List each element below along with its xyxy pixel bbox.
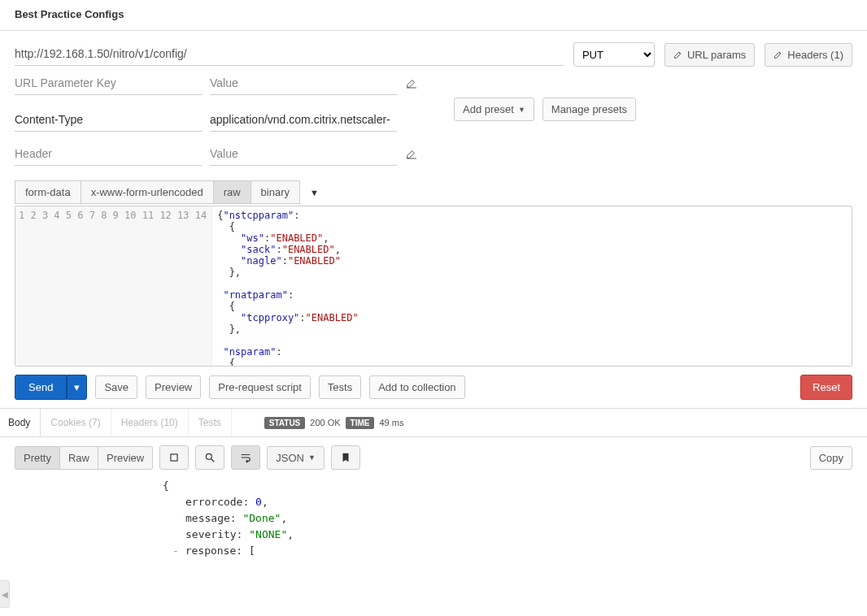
- add-to-collection-button[interactable]: Add to collection: [369, 375, 464, 399]
- request-body-editor[interactable]: 1 2 3 4 5 6 7 8 9 10 11 12 13 14 {"nstcp…: [15, 206, 852, 367]
- add-preset-button[interactable]: Add preset ▼: [454, 98, 534, 121]
- status-pills: STATUS 200 OK TIME 49 ms: [264, 417, 404, 429]
- status-label-pill: STATUS: [264, 417, 306, 429]
- edit-icon: [773, 50, 783, 59]
- code-body[interactable]: {"nstcpparam": { "ws":"ENABLED", "sack":…: [212, 206, 852, 366]
- url-params-label: URL params: [687, 49, 746, 61]
- page-title: Best Practice Configs: [0, 0, 867, 31]
- save-button[interactable]: Save: [95, 375, 137, 399]
- request-top-row: GETPOSTPUTPATCHDELETEHEADOPTIONS URL par…: [0, 42, 867, 67]
- tab-form-data[interactable]: form-data: [15, 180, 81, 204]
- line-gutter: 1 2 3 4 5 6 7 8 9 10 11 12 13 14: [15, 206, 212, 366]
- edit-icon: [673, 50, 683, 59]
- reset-button[interactable]: Reset: [800, 375, 852, 400]
- svg-rect-0: [171, 454, 177, 461]
- viewer-toolbar: Pretty Raw Preview JSON ▼ Copy: [0, 437, 867, 478]
- url-param-row: [15, 73, 852, 95]
- resp-response-key: response:: [185, 544, 242, 557]
- manage-presets-button[interactable]: Manage presets: [542, 98, 636, 121]
- edit-icon[interactable]: [405, 147, 418, 163]
- response-tab-headers[interactable]: Headers (10): [111, 409, 189, 436]
- viewer-mode-group: Pretty Raw Preview: [15, 446, 153, 470]
- prerequest-button[interactable]: Pre-request script: [209, 375, 311, 399]
- copy-button[interactable]: Copy: [810, 446, 852, 470]
- send-button[interactable]: Send: [15, 375, 67, 400]
- resp-message-val: "Done": [242, 512, 281, 524]
- format-select[interactable]: JSON ▼: [267, 446, 325, 470]
- format-label: JSON: [276, 452, 304, 464]
- header-value-input-empty[interactable]: [210, 144, 397, 166]
- header-key-input[interactable]: [15, 110, 202, 132]
- response-tab-cookies[interactable]: Cookies (7): [41, 409, 111, 436]
- viewer-pretty[interactable]: Pretty: [15, 446, 60, 470]
- url-input[interactable]: [15, 44, 564, 66]
- headers-label: Headers (1): [787, 49, 843, 61]
- response-tabs: Body Cookies (7) Headers (10) Tests STAT…: [0, 409, 867, 437]
- search-icon[interactable]: [195, 445, 224, 470]
- preset-buttons: Add preset ▼ Manage presets: [454, 98, 852, 121]
- header-row-empty: [15, 144, 852, 166]
- tab-urlencoded[interactable]: x-www-form-urlencoded: [81, 180, 214, 204]
- response-json-view: { errorcode: 0, message: "Done", severit…: [0, 478, 867, 574]
- preview-button[interactable]: Preview: [146, 375, 201, 399]
- caret-down-icon: ▼: [308, 453, 316, 462]
- body-type-more-icon[interactable]: ▼: [310, 188, 319, 197]
- params-section: Add preset ▼ Manage presets: [0, 67, 867, 166]
- response-tab-body[interactable]: Body: [0, 409, 41, 436]
- caret-down-icon: ▼: [518, 106, 525, 114]
- body-type-tabs: form-data x-www-form-urlencoded raw bina…: [0, 180, 867, 204]
- headers-button[interactable]: Headers (1): [765, 43, 852, 67]
- svg-point-1: [207, 453, 212, 459]
- tests-button[interactable]: Tests: [319, 375, 361, 399]
- edit-icon[interactable]: [405, 76, 418, 92]
- http-method-select[interactable]: GETPOSTPUTPATCHDELETEHEADOPTIONS: [573, 42, 655, 67]
- send-button-group: Send ▾: [15, 375, 87, 400]
- response-tab-tests[interactable]: Tests: [189, 409, 232, 436]
- fullscreen-icon[interactable]: [159, 445, 189, 470]
- viewer-preview[interactable]: Preview: [98, 446, 153, 470]
- time-label-pill: TIME: [346, 417, 375, 429]
- bookmark-icon[interactable]: [331, 445, 360, 470]
- wrap-icon[interactable]: [231, 445, 260, 470]
- url-params-button[interactable]: URL params: [664, 43, 755, 67]
- header-value-input[interactable]: [210, 110, 397, 132]
- url-param-value-input[interactable]: [210, 73, 397, 95]
- tab-binary[interactable]: binary: [251, 180, 300, 204]
- tab-raw[interactable]: raw: [214, 180, 251, 204]
- svg-line-2: [211, 459, 215, 462]
- status-value: 200 OK: [310, 418, 340, 427]
- header-key-input-empty[interactable]: [15, 144, 202, 166]
- resp-errorcode-val: 0: [255, 496, 262, 508]
- time-value: 49 ms: [379, 418, 403, 427]
- resp-errorcode-key: errorcode:: [185, 496, 249, 508]
- action-bar: Send ▾ Save Preview Pre-request script T…: [0, 367, 867, 409]
- resp-severity-key: severity:: [185, 528, 242, 540]
- resp-severity-val: "NONE": [249, 528, 287, 540]
- viewer-raw[interactable]: Raw: [60, 446, 98, 470]
- url-param-key-input[interactable]: [15, 73, 202, 95]
- resp-message-key: message:: [185, 512, 237, 524]
- add-preset-label: Add preset: [463, 103, 514, 115]
- send-dropdown[interactable]: ▾: [67, 375, 87, 400]
